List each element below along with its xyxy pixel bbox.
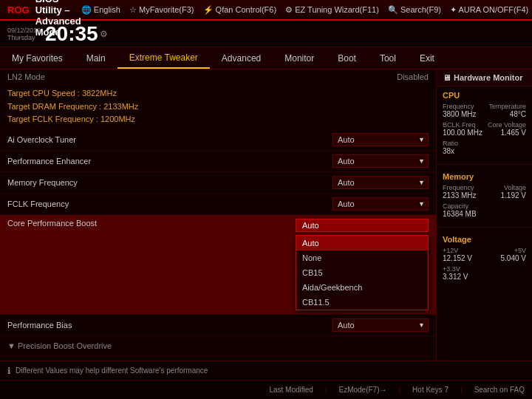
nav-advanced[interactable]: Advanced (210, 47, 273, 69)
memory-frequency-label: Memory Frequency (7, 178, 332, 187)
info-text: Different Values may help different Soft… (16, 366, 208, 375)
monitor-icon: 🖥 (443, 73, 451, 82)
memory-section: Memory Frequency 2133 MHz Voltage 1.192 … (437, 168, 532, 224)
hw-monitor-title: 🖥 Hardware Monitor (437, 69, 532, 86)
cpu-ratio-value: 38x (443, 147, 458, 155)
cpu-divider (437, 164, 532, 165)
v12-value: 12.152 V (443, 254, 472, 262)
option-cb15[interactable]: CB15 (296, 265, 428, 280)
english-lang[interactable]: 🌐 English (81, 5, 120, 15)
ez-tuning-tool[interactable]: ⚙ EZ Tuning Wizard(F11) (285, 5, 379, 15)
performance-bias-select[interactable]: Auto (332, 318, 429, 332)
target-fclk-freq: Target FCLK Frequency : 1200MHz (7, 113, 429, 126)
cpu-bclk-label: BCLK Freq (443, 121, 482, 129)
core-performance-boost-row: Core Performance Boost Auto Auto None CB… (0, 215, 436, 315)
performance-bias-row: Performance Bias Auto (0, 315, 436, 336)
target-dram-freq: Target DRAM Frequency : 2133MHz (7, 100, 429, 114)
ai-overclock-value[interactable]: Auto (332, 133, 429, 146)
fclk-frequency-row: FCLK Frequency Auto (0, 194, 436, 215)
core-performance-boost-label: Core Performance Boost (7, 219, 296, 228)
cpu-corevolt-label: Core Voltage (488, 121, 526, 129)
cpu-temp-label: Temperature (488, 103, 526, 110)
v33-label: +3.3V (443, 265, 468, 273)
mem-freq-value: 2133 MHz (443, 191, 477, 200)
nav-tool[interactable]: Tool (368, 47, 408, 69)
precision-boost-label: ▼ Precision Boost Overdrive (7, 341, 112, 350)
bottom-bar: Last Modified | EzMode(F7)→ | Hot Keys 7… (0, 380, 532, 399)
qfan-tool[interactable]: ⚡ Qfan Control(F6) (203, 5, 277, 15)
info-bar: ℹ Different Values may help different So… (0, 361, 532, 380)
time-settings-icon[interactable]: ⚙ (100, 29, 108, 39)
target-info: Target CPU Speed : 3822MHz Target DRAM F… (0, 84, 436, 129)
last-modified[interactable]: Last Modified (269, 386, 313, 394)
cpu-ratio-row: Ratio 38x (443, 140, 526, 157)
cpu-freq-label: Frequency (443, 103, 477, 110)
core-perf-selected: Auto (302, 221, 319, 230)
rog-logo: ROG (7, 4, 30, 16)
option-aida-geekbench[interactable]: Aida/Geekbench (296, 280, 428, 295)
search-tool[interactable]: 🔍 Search(F9) (388, 5, 441, 15)
search-faq-button[interactable]: Search on FAQ (474, 386, 525, 394)
core-performance-boost-dropdown[interactable]: Auto Auto None CB15 Aida/Geekbench CB11.… (296, 219, 429, 310)
option-none[interactable]: None (296, 250, 428, 265)
nav-main[interactable]: Main (75, 47, 117, 69)
mem-volt-label: Voltage (501, 184, 526, 191)
mem-freq-volt-row: Frequency 2133 MHz Voltage 1.192 V (443, 184, 526, 201)
fclk-frequency-label: FCLK Frequency (7, 200, 332, 208)
ai-overclock-label: Ai Overclock Tuner (7, 135, 332, 144)
nav-menu: My Favorites Main Extreme Tweaker Advanc… (0, 47, 532, 69)
v12-label: +12V (443, 247, 472, 254)
memory-section-title: Memory (443, 172, 526, 181)
aura-tool[interactable]: ✦ AURA ON/OFF(F4) (450, 5, 528, 15)
ln2-label: LN2 Mode (7, 72, 45, 81)
option-cb11[interactable]: CB11.5 (296, 295, 428, 310)
cpu-bclk-value: 100.00 MHz (443, 129, 482, 137)
cpu-ratio-label: Ratio (443, 140, 458, 147)
mem-cap-label: Capacity (443, 202, 477, 210)
info-icon: ℹ (7, 366, 11, 376)
ez-mode-button[interactable]: EzMode(F7)→ (338, 386, 386, 394)
time-display: 20:35 (45, 24, 98, 44)
hardware-monitor-sidebar: 🖥 Hardware Monitor CPU Frequency 3800 MH… (436, 69, 532, 361)
mem-cap-value: 16384 MB (443, 210, 477, 218)
voltage-section-title: Voltage (443, 235, 526, 244)
voltage-section: Voltage +12V 12.152 V +5V 5.040 V +3.3V … (437, 231, 532, 287)
core-perf-dropdown-list[interactable]: Auto None CB15 Aida/Geekbench CB11.5 (296, 235, 429, 310)
cpu-temp-value: 48°C (488, 110, 526, 118)
hot-keys-button[interactable]: Hot Keys 7 (412, 386, 449, 394)
content-area: LN2 Mode Disabled Target CPU Speed : 382… (0, 69, 436, 361)
memory-divider (437, 227, 532, 228)
memory-frequency-value[interactable]: Auto (332, 176, 429, 189)
cpu-section-title: CPU (443, 91, 526, 100)
target-cpu-speed: Target CPU Speed : 3822MHz (7, 87, 429, 100)
cpu-freq-value: 3800 MHz (443, 110, 477, 118)
myfavorite-tool[interactable]: ☆ MyFavorite(F3) (129, 5, 194, 15)
ai-overclock-row: Ai Overclock Tuner Auto (0, 129, 436, 151)
option-auto[interactable]: Auto (296, 236, 428, 250)
nav-exit[interactable]: Exit (408, 47, 446, 69)
v5-value: 5.040 V (501, 254, 526, 262)
v33-value: 3.312 V (443, 273, 468, 281)
fclk-frequency-value[interactable]: Auto (332, 197, 429, 211)
performance-bias-value[interactable]: Auto (332, 318, 429, 332)
fclk-frequency-select[interactable]: Auto (332, 197, 429, 211)
cpu-section: CPU Frequency 3800 MHz Temperature 48°C … (437, 86, 532, 161)
ai-overclock-select[interactable]: Auto (332, 133, 429, 146)
performance-enhancer-row: Performance Enhancer Auto (0, 151, 436, 172)
nav-extreme-tweaker[interactable]: Extreme Tweaker (117, 47, 210, 69)
nav-boot[interactable]: Boot (326, 47, 368, 69)
cpu-bclk-volt-row: BCLK Freq 100.00 MHz Core Voltage 1.465 … (443, 121, 526, 138)
mem-volt-value: 1.192 V (501, 191, 526, 200)
cpu-corevolt-value: 1.465 V (488, 129, 526, 137)
performance-enhancer-value[interactable]: Auto (332, 154, 429, 168)
date-display: 09/12/2019 Thursday (7, 27, 41, 41)
title-bar-tools: 🌐 English ☆ MyFavorite(F3) ⚡ Qfan Contro… (81, 5, 528, 15)
nav-monitor[interactable]: Monitor (273, 47, 326, 69)
memory-frequency-select[interactable]: Auto (332, 176, 429, 189)
precision-boost-row[interactable]: ▼ Precision Boost Overdrive (0, 336, 436, 357)
performance-enhancer-select[interactable]: Auto (332, 154, 429, 168)
cpu-freq-temp-row: Frequency 3800 MHz Temperature 48°C (443, 103, 526, 120)
mem-cap-row: Capacity 16384 MB (443, 202, 526, 219)
nav-my-favorites[interactable]: My Favorites (0, 47, 75, 69)
performance-bias-label: Performance Bias (7, 321, 332, 330)
